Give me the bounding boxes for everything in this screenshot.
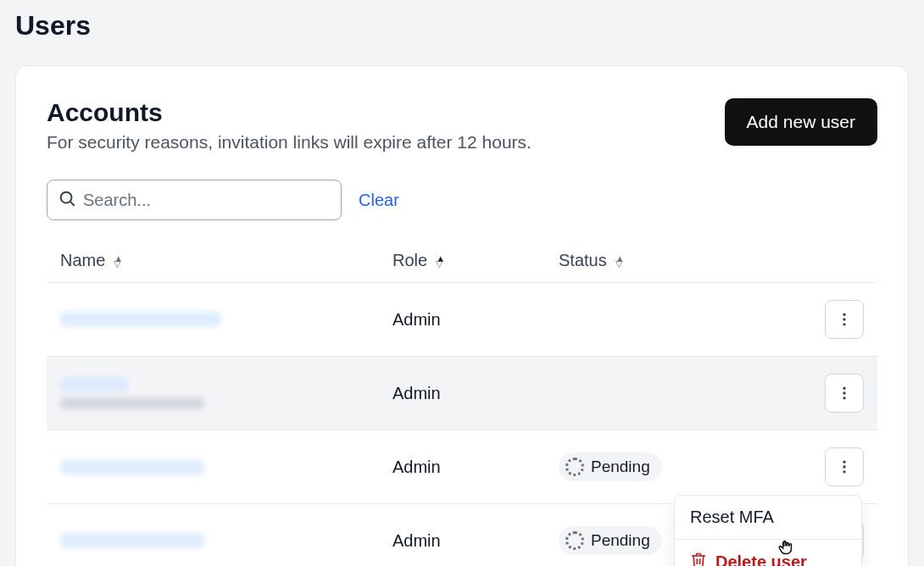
column-header-name[interactable]: Name ▲▽ — [47, 239, 379, 283]
card-title: Accounts — [47, 98, 532, 127]
user-status — [545, 283, 777, 357]
svg-point-5 — [843, 387, 845, 390]
svg-point-9 — [843, 465, 845, 468]
clear-search-link[interactable]: Clear — [359, 191, 399, 210]
user-name-redacted[interactable] — [60, 312, 221, 327]
search-field[interactable] — [47, 180, 342, 220]
table-row: Admin — [47, 283, 877, 357]
user-role: Admin — [379, 430, 545, 504]
row-actions-button[interactable] — [825, 300, 864, 339]
column-header-status[interactable]: Status ▲▽ — [545, 239, 777, 283]
svg-point-3 — [843, 318, 845, 320]
svg-point-2 — [843, 314, 845, 316]
row-actions-button[interactable] — [825, 374, 864, 413]
status-label: Pending — [591, 458, 650, 476]
pending-spinner-icon — [565, 458, 584, 476]
user-name-redacted[interactable] — [60, 377, 128, 392]
column-label: Status — [559, 251, 607, 270]
accounts-card: Accounts For security reasons, invitatio… — [15, 65, 909, 566]
page-title: Users — [15, 10, 909, 42]
svg-point-7 — [843, 397, 845, 399]
menu-item-reset-mfa[interactable]: Reset MFA — [675, 496, 861, 540]
user-role: Admin — [379, 283, 545, 357]
user-email-redacted — [60, 397, 204, 409]
search-icon — [58, 189, 76, 211]
svg-point-10 — [843, 470, 845, 473]
svg-point-6 — [843, 391, 845, 394]
user-name-redacted[interactable] — [60, 533, 204, 548]
sort-icon: ▲▽ — [436, 256, 445, 266]
menu-item-delete-user[interactable]: Delete user — [675, 540, 861, 566]
row-actions-menu: Reset MFA Delete user — [674, 495, 862, 566]
user-role: Admin — [379, 357, 545, 430]
trash-icon — [690, 552, 707, 566]
table-row: Admin — [47, 357, 877, 430]
row-actions-button[interactable] — [825, 447, 864, 486]
svg-point-8 — [843, 461, 845, 463]
status-label: Pending — [591, 531, 650, 550]
user-name-redacted[interactable] — [60, 459, 204, 474]
sort-icon: ▲▽ — [114, 256, 123, 266]
add-user-button[interactable]: Add new user — [725, 98, 877, 146]
user-role: Admin — [379, 504, 545, 567]
svg-point-4 — [843, 323, 845, 325]
column-label: Name — [60, 251, 105, 270]
column-header-role[interactable]: Role ▲▽ — [379, 239, 545, 283]
menu-item-label: Delete user — [715, 552, 807, 566]
user-status — [545, 357, 777, 430]
user-status: Pending — [545, 430, 777, 504]
search-input[interactable] — [83, 191, 331, 210]
column-label: Role — [392, 251, 427, 270]
menu-item-label: Reset MFA — [690, 508, 774, 527]
pending-spinner-icon — [565, 531, 584, 550]
card-subtitle: For security reasons, invitation links w… — [47, 132, 532, 153]
svg-line-1 — [70, 202, 74, 205]
sort-icon: ▲▽ — [615, 256, 625, 266]
table-row: AdminPending — [47, 430, 877, 504]
